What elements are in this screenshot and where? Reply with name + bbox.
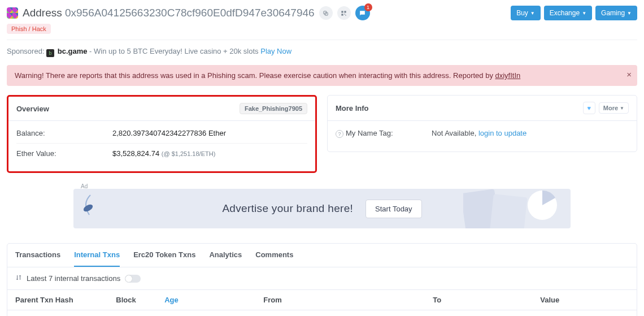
chevron-down-icon: ▼ xyxy=(620,106,624,111)
title-label: Address xyxy=(23,7,62,19)
value-cell: 597.45103324 Ether xyxy=(532,310,637,317)
svg-rect-3 xyxy=(345,11,346,12)
sponsor-logo-icon: b xyxy=(46,49,54,57)
col-value: Value xyxy=(532,290,637,310)
col-to: To xyxy=(425,290,532,310)
close-icon[interactable]: × xyxy=(626,70,632,79)
name-tag-badge: Fake_Phishing7905 xyxy=(240,103,307,114)
qr-icon[interactable] xyxy=(337,6,351,20)
overview-card: Overview Fake_Phishing7905 Balance: 2,82… xyxy=(7,95,317,173)
warning-alert: Warning! There are reports that this add… xyxy=(7,65,637,86)
sponsored-label: Sponsored: xyxy=(7,47,45,55)
svg-rect-6 xyxy=(345,15,346,15)
tab-comments[interactable]: Comments xyxy=(255,244,293,267)
svg-rect-5 xyxy=(345,14,345,14)
col-block: Block xyxy=(108,290,156,310)
tabs: Transactions Internal Txns Erc20 Token T… xyxy=(7,244,637,267)
page-header: Address 0x956A04125663230C78cf960E0dfD94… xyxy=(7,0,637,23)
tab-analytics[interactable]: Analytics xyxy=(209,244,242,267)
exchange-button[interactable]: Exchange▼ xyxy=(544,6,592,20)
sort-icon[interactable] xyxy=(15,274,22,283)
tx-summary: Latest 7 internal transactions xyxy=(27,274,120,283)
col-from: From xyxy=(255,290,425,310)
ethervalue-rate: (@ $1,251.18/ETH) xyxy=(162,150,216,157)
moreinfo-title: More Info xyxy=(336,104,369,112)
transactions-panel: Transactions Internal Txns Erc20 Token T… xyxy=(7,243,637,316)
favorite-icon[interactable]: ♥ xyxy=(583,102,595,114)
tab-erc20[interactable]: Erc20 Token Txns xyxy=(133,244,195,267)
col-age[interactable]: Age xyxy=(156,290,255,310)
phish-badge: Phish / Hack xyxy=(7,24,51,34)
leaf-icon xyxy=(79,192,102,220)
svg-point-7 xyxy=(82,203,94,213)
chat-badge: 1 xyxy=(364,3,372,11)
header-buttons: Buy▼ Exchange▼ Gaming▼ xyxy=(511,6,637,20)
name-tag-label: ?My Name Tag: xyxy=(336,129,432,138)
chevron-down-icon: ▼ xyxy=(530,11,535,16)
txn-table: Parent Txn Hash Block Age From To Value … xyxy=(7,289,637,316)
svg-rect-4 xyxy=(341,14,343,15)
balance-label: Balance: xyxy=(16,129,112,137)
chevron-down-icon: ▼ xyxy=(582,11,586,16)
txn-age: 15 hrs 53 mins ago xyxy=(156,310,255,317)
name-tag-value: Not Available, xyxy=(432,129,478,137)
tab-internal-txns[interactable]: Internal Txns xyxy=(74,244,120,267)
ad-banner: Ad Advertise your brand here! Start Toda… xyxy=(73,189,571,228)
gaming-button[interactable]: Gaming▼ xyxy=(595,6,637,20)
blockie-icon xyxy=(7,7,18,19)
address-hex: 0x956A04125663230C78cf960E0dfD947e306479… xyxy=(65,7,315,19)
sponsor-cta-link[interactable]: Play Now xyxy=(260,47,291,55)
table-row: 0xc3913f889be3788a60... 16328791 15 hrs … xyxy=(7,310,637,317)
buy-button[interactable]: Buy▼ xyxy=(511,6,541,20)
ethervalue-label: Ether Value: xyxy=(16,149,112,158)
sponsor-text: - Win up to 5 BTC Everyday! Live casino … xyxy=(88,47,261,55)
pie-icon xyxy=(463,189,565,228)
overview-title: Overview xyxy=(16,105,49,113)
ad-text: Advertise your brand here! xyxy=(222,202,353,215)
help-icon[interactable]: ? xyxy=(336,130,343,138)
balance-value: 2,820.397340742342277836 Ether xyxy=(112,129,226,137)
warning-reporter-link[interactable]: dxiyfItIn xyxy=(495,71,521,80)
svg-rect-9 xyxy=(490,194,528,228)
chat-icon[interactable]: 1 xyxy=(355,6,370,20)
more-button[interactable]: More▼ xyxy=(599,102,629,114)
page-title: Address 0x956A04125663230C78cf960E0dfD94… xyxy=(23,7,315,19)
sponsor-brand: bc.game xyxy=(58,47,88,55)
ad-cta-button[interactable]: Start Today xyxy=(365,200,422,218)
advanced-toggle[interactable] xyxy=(125,275,141,283)
tab-transactions[interactable]: Transactions xyxy=(15,244,60,267)
copy-icon[interactable] xyxy=(319,6,333,20)
chevron-down-icon: ▼ xyxy=(627,11,632,16)
svg-rect-2 xyxy=(341,11,343,12)
col-parent: Parent Txn Hash xyxy=(7,290,108,310)
login-link[interactable]: login to update xyxy=(478,129,526,137)
moreinfo-card: More Info ♥ More▼ ?My Name Tag: Not Avai… xyxy=(327,95,637,152)
warning-text: Warning! There are reports that this add… xyxy=(15,71,495,80)
ethervalue-value: $3,528,824.74 xyxy=(112,149,159,158)
sponsored-row: Sponsored: b bc.game - Win up to 5 BTC E… xyxy=(7,47,637,57)
